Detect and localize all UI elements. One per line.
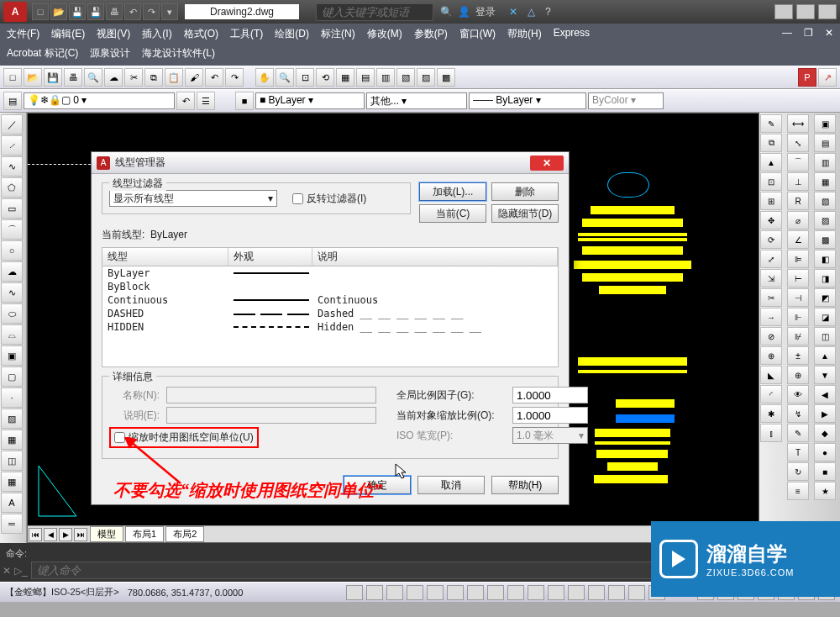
filter-combo[interactable]: 显示所有线型▾ [109, 190, 277, 207]
dim-center-icon[interactable]: ⊕ [787, 366, 809, 384]
dialog-title-bar[interactable]: A 线型管理器 ✕ [92, 152, 569, 174]
tb-calc-icon[interactable]: ▩ [437, 68, 455, 87]
mod-move-icon[interactable]: ✥ [760, 211, 782, 229]
user-icon[interactable]: 👤 [458, 6, 470, 18]
hide-detail-button[interactable]: 隐藏细节(D) [491, 204, 559, 223]
col-appearance[interactable]: 外观 [228, 248, 312, 266]
tb-new-icon[interactable]: □ [3, 68, 22, 87]
tb-tp-icon[interactable]: ▥ [376, 68, 395, 87]
ext-20-icon[interactable]: ★ [814, 482, 836, 500]
tb-preview-icon[interactable]: 🔍 [84, 68, 102, 87]
tb-markup-icon[interactable]: ▨ [417, 68, 435, 87]
open-icon[interactable]: 📂 [50, 3, 67, 20]
sb-grid-icon[interactable] [366, 585, 383, 600]
sb-3dosnap-icon[interactable] [447, 585, 464, 600]
linetype-list[interactable]: ByLayer ByBlock ContinuousContinuous DAS… [102, 266, 559, 367]
mline-icon[interactable]: ═ [1, 514, 23, 534]
rect-icon[interactable]: ▭ [1, 198, 23, 219]
dim-insp-icon[interactable]: 👁 [787, 385, 809, 403]
menu-window[interactable]: 窗口(W) [459, 27, 496, 41]
qat-more-icon[interactable]: ▾ [161, 3, 178, 20]
tb-zoomprev-icon[interactable]: ⟲ [316, 68, 334, 87]
ext-6-icon[interactable]: ▨ [814, 211, 836, 229]
dim-textedit-icon[interactable]: T [787, 443, 809, 461]
layer-mgr-icon[interactable]: ▤ [3, 92, 22, 110]
mod-chamfer-icon[interactable]: ◣ [760, 366, 782, 384]
mod-stretch-icon[interactable]: ⇲ [760, 269, 782, 287]
tab-next-icon[interactable]: ▶ [59, 528, 72, 541]
dim-ang-icon[interactable]: ∠ [787, 230, 809, 249]
login-link[interactable]: 登录 [475, 5, 496, 19]
menu-acrobat[interactable]: Acrobat 标记(C) [7, 46, 78, 61]
spline2-icon[interactable]: ∿ [1, 282, 23, 303]
invert-filter-checkbox[interactable]: 反转过滤器(I) [292, 192, 366, 206]
ext-15-icon[interactable]: ◀ [814, 385, 836, 403]
region-icon[interactable]: ◫ [1, 451, 23, 471]
mod-mirror-icon[interactable]: ▲ [760, 153, 782, 171]
tb-redo-icon[interactable]: ↷ [225, 68, 244, 87]
sb-polar-icon[interactable] [407, 585, 423, 600]
tab-prev-icon[interactable]: ◀ [44, 528, 57, 541]
ext-8-icon[interactable]: ◧ [814, 250, 836, 268]
lineweight-selector[interactable]: —— ByLayer ▾ [469, 92, 586, 109]
dim-jog-icon[interactable]: ↯ [787, 404, 809, 423]
layer-state-icon[interactable]: ☰ [197, 92, 215, 110]
tb-pdf2-icon[interactable]: ↗ [818, 68, 837, 87]
tb-cut-icon[interactable]: ✂ [124, 68, 143, 87]
menu-dim[interactable]: 标注(N) [321, 27, 355, 41]
menu-file[interactable]: 文件(F) [7, 27, 39, 41]
mod-erase-icon[interactable]: ✎ [760, 114, 782, 133]
polygon-icon[interactable]: ⬠ [1, 177, 23, 198]
tb-paste-icon[interactable]: 📋 [165, 68, 183, 87]
redo-icon[interactable]: ↷ [143, 3, 160, 20]
ext-7-icon[interactable]: ▩ [814, 230, 836, 249]
tb-publish-icon[interactable]: ☁ [104, 68, 123, 87]
search-icon[interactable]: 🔍 [440, 6, 453, 18]
menu-param[interactable]: 参数(P) [414, 27, 448, 41]
ext-17-icon[interactable]: ◆ [814, 424, 836, 442]
ext-13-icon[interactable]: ▲ [814, 346, 836, 365]
sb-sc-icon[interactable] [588, 585, 605, 600]
ext-9-icon[interactable]: ◨ [814, 269, 836, 287]
cancel-button[interactable]: 取消 [417, 476, 485, 494]
menu-insert[interactable]: 插入(I) [142, 27, 171, 41]
layer-selector[interactable]: 💡❄🔒▢ 0 ▾ [24, 92, 175, 109]
ext-3-icon[interactable]: ▥ [814, 153, 836, 171]
tb-open-icon[interactable]: 📂 [24, 68, 42, 87]
mod-join-icon[interactable]: ⊕ [760, 346, 782, 365]
tb-zoom-icon[interactable]: 🔍 [276, 68, 294, 87]
ext-18-icon[interactable]: ● [814, 443, 836, 461]
tb-prop-icon[interactable]: ▦ [336, 68, 354, 87]
dim-ord-icon[interactable]: ⊥ [787, 172, 809, 191]
mod-array-icon[interactable]: ⊞ [760, 192, 782, 210]
mod-fillet-icon[interactable]: ◜ [760, 385, 782, 403]
menu-help[interactable]: 帮助(H) [507, 27, 542, 41]
menu-express[interactable]: Express [554, 27, 590, 41]
print-icon[interactable]: 🖶 [106, 3, 123, 20]
tb-dc-icon[interactable]: ▤ [356, 68, 375, 87]
tab-layout1[interactable]: 布局1 [125, 526, 164, 542]
menu-yuanquan[interactable]: 源泉设计 [90, 46, 130, 61]
cloud-icon[interactable]: △ [528, 6, 535, 18]
tb-ssm-icon[interactable]: ▧ [396, 68, 415, 87]
sb-model-icon[interactable] [608, 585, 625, 600]
tb-match-icon[interactable]: 🖌 [185, 68, 203, 87]
exchange-icon[interactable]: ✕ [509, 6, 517, 18]
obj-scale-input[interactable] [512, 407, 588, 424]
delete-button[interactable]: 删除 [491, 182, 559, 201]
ext-2-icon[interactable]: ▤ [814, 134, 836, 152]
help-button[interactable]: 帮助(H) [491, 476, 559, 494]
ext-19-icon[interactable]: ■ [814, 462, 836, 481]
dim-update-icon[interactable]: ↻ [787, 462, 809, 481]
dim-aligned-icon[interactable]: ⤡ [787, 134, 809, 152]
new-icon[interactable]: □ [32, 3, 49, 20]
sb-dyn-icon[interactable] [507, 585, 524, 600]
current-button[interactable]: 当前(C) [419, 204, 486, 223]
ext-14-icon[interactable]: ▼ [814, 366, 836, 384]
plotstyle-selector[interactable]: ByColor ▾ [588, 92, 664, 109]
mdi-close-icon[interactable]: ✕ [825, 27, 833, 41]
tab-model[interactable]: 模型 [90, 526, 123, 542]
point-icon[interactable]: · [1, 388, 23, 408]
sb-ortho-icon[interactable] [386, 585, 403, 600]
menu-edit[interactable]: 编辑(E) [51, 27, 85, 41]
